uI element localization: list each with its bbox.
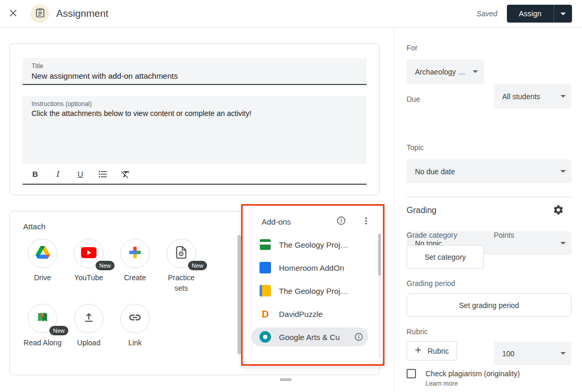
- addon-item-geology-project-2[interactable]: The Geology Proj…: [243, 279, 378, 302]
- addon-item-label: Google Arts & Cu: [279, 333, 340, 342]
- grading-period-label: Grading period: [407, 279, 455, 288]
- save-status: Saved: [476, 9, 497, 18]
- addons-title: Add-ons: [262, 217, 291, 226]
- students-select[interactable]: All students: [494, 84, 571, 109]
- addons-list: The Geology Proj… Homeroom AddOn The Geo…: [243, 233, 378, 348]
- attach-options: Drive New YouTube: [19, 239, 211, 358]
- bold-icon[interactable]: B: [29, 168, 41, 180]
- learn-more-link[interactable]: Learn more: [425, 380, 458, 387]
- attach-item-drive: Drive: [19, 239, 66, 293]
- attach-item-label: Upload: [77, 337, 100, 348]
- assign-button[interactable]: Assign: [507, 5, 554, 23]
- students-select-value: All students: [502, 92, 540, 101]
- create-button[interactable]: [120, 239, 150, 268]
- set-grading-period-button[interactable]: Set grading period: [407, 293, 571, 317]
- settings-sidebar: For Archaeology … All students Due No du…: [393, 28, 582, 392]
- addon-item-label: DavidPuzzle: [279, 310, 323, 319]
- attach-item-youtube: New YouTube: [66, 239, 112, 293]
- top-bar-actions: Saved Assign: [476, 5, 572, 23]
- addons-info-button[interactable]: [336, 216, 346, 227]
- attach-item-label: YouTube: [74, 272, 103, 283]
- addons-scrollbar-thumb[interactable]: [378, 234, 381, 276]
- add-rubric-label: Rubric: [428, 347, 449, 355]
- class-select[interactable]: Archaeology …: [407, 59, 484, 84]
- homeroom-addon-icon: [259, 261, 272, 274]
- geology-notebook-icon: [259, 284, 272, 297]
- addon-item-homeroom[interactable]: Homeroom AddOn: [243, 256, 378, 279]
- due-date-select[interactable]: No due date: [407, 160, 571, 183]
- attach-heading: Attach: [23, 222, 46, 231]
- chevron-down-icon: [473, 70, 478, 73]
- points-label: Points: [494, 231, 514, 239]
- assign-split-button: Assign: [507, 5, 572, 23]
- chevron-down-icon: [560, 13, 566, 15]
- attach-item-label: Drive: [34, 272, 51, 283]
- grade-category-label: Grade category: [407, 231, 458, 239]
- chevron-down-icon: [560, 170, 566, 173]
- addon-item-geology-project[interactable]: The Geology Proj…: [243, 233, 378, 256]
- background-scrollbar[interactable]: [237, 235, 241, 354]
- attach-item-read-along: New Read Along: [19, 304, 66, 348]
- plus-icon: [413, 345, 423, 356]
- create-plus-icon: [128, 246, 142, 261]
- new-badge: New: [96, 261, 115, 270]
- new-badge: New: [188, 261, 207, 270]
- grade-category-select[interactable]: Set category: [407, 245, 484, 269]
- rubric-label: Rubric: [407, 327, 428, 336]
- due-label: Due: [407, 95, 420, 103]
- addon-item-google-arts-culture[interactable]: Google Arts & Cu: [251, 327, 368, 346]
- attach-item-label: Read Along: [24, 337, 61, 348]
- upload-icon: [82, 311, 95, 326]
- underline-icon[interactable]: U: [75, 168, 86, 180]
- assign-dropdown-button[interactable]: [554, 5, 572, 23]
- grading-settings-button[interactable]: [553, 204, 564, 217]
- top-bar: Assignment Saved Assign: [0, 0, 582, 28]
- close-button[interactable]: [7, 7, 19, 20]
- instructions-field: Instructions (optional) Click the attach…: [23, 96, 367, 185]
- instructions-input[interactable]: Instructions (optional) Click the attach…: [23, 96, 367, 164]
- assignment-clipboard-icon: [35, 7, 46, 20]
- plagiarism-label: Check plagiarism (originality): [425, 369, 520, 378]
- set-grading-period-label: Set grading period: [459, 301, 519, 310]
- link-button[interactable]: [120, 304, 150, 333]
- chevron-down-icon: [560, 242, 566, 245]
- title-field-label: Title: [23, 58, 367, 70]
- youtube-icon: [81, 247, 97, 260]
- class-select-value: Archaeology …: [415, 68, 465, 76]
- due-date-value: No due date: [415, 167, 455, 176]
- clear-formatting-icon[interactable]: [120, 168, 131, 180]
- attach-item-label: Create: [124, 272, 146, 283]
- vertical-dots-icon: [361, 216, 371, 228]
- addons-scrollbar[interactable]: [378, 234, 381, 358]
- text-format-toolbar: B I U: [23, 164, 367, 184]
- link-icon: [128, 311, 142, 326]
- points-select[interactable]: 100: [494, 342, 571, 365]
- plagiarism-checkbox[interactable]: [407, 369, 416, 378]
- close-icon: [7, 7, 19, 20]
- gear-icon: [553, 204, 564, 217]
- add-rubric-button[interactable]: Rubric: [407, 341, 457, 361]
- addons-overflow-menu-button[interactable]: [361, 216, 371, 228]
- addon-item-label: Homeroom AddOn: [279, 263, 344, 272]
- italic-icon[interactable]: I: [52, 168, 64, 180]
- drive-button[interactable]: [28, 239, 57, 268]
- partial-next-addon: [280, 378, 292, 381]
- assignment-type-badge: [30, 4, 49, 23]
- attach-item-upload: Upload: [66, 304, 112, 348]
- attach-item-link: Link: [112, 304, 158, 348]
- title-field[interactable]: Title New assignment with add-on attachm…: [23, 58, 367, 85]
- geology-project-icon: [259, 238, 272, 251]
- google-arts-culture-icon: [259, 331, 272, 343]
- sidebar-divider: [407, 197, 571, 197]
- read-along-icon: [36, 311, 49, 326]
- page-title: Assignment: [56, 8, 108, 19]
- attach-item-label: Practice sets: [162, 272, 201, 293]
- info-icon: [354, 332, 363, 343]
- addon-item-davidpuzzle[interactable]: D DavidPuzzle: [243, 302, 378, 325]
- addon-info-button[interactable]: [354, 332, 363, 343]
- instructions-field-label: Instructions (optional): [23, 96, 367, 108]
- upload-button[interactable]: [74, 304, 103, 333]
- attach-item-label: Link: [128, 337, 142, 348]
- addon-item-label: The Geology Proj…: [279, 240, 348, 249]
- bulleted-list-icon[interactable]: [97, 168, 109, 180]
